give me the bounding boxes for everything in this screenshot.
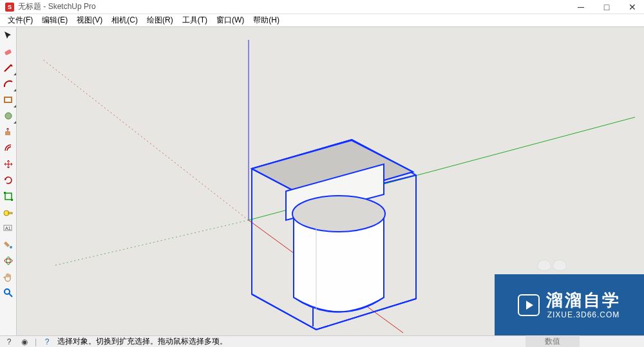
eraser-tool[interactable]: [1, 44, 15, 59]
arc-tool[interactable]: [1, 77, 15, 91]
watermark-url: ZIXUE.3D66.COM: [547, 310, 620, 320]
titlebar: S 无标题 - SketchUp Pro ─ □ ✕: [0, 0, 644, 14]
maximize-button[interactable]: □: [600, 2, 613, 12]
rotate-tool[interactable]: [1, 173, 15, 187]
menu-help[interactable]: 帮助(H): [249, 14, 283, 27]
menubar: 文件(F) 编辑(E) 视图(V) 相机(C) 绘图(R) 工具(T) 窗口(W…: [0, 14, 644, 27]
line-tool[interactable]: [1, 61, 15, 75]
svg-rect-1: [5, 97, 12, 102]
svg-point-11: [10, 246, 12, 249]
info-icon[interactable]: ?: [42, 337, 52, 346]
svg-rect-5: [4, 192, 6, 194]
status-text: 选择对象。切换到扩充选择。拖动鼠标选择多项。: [57, 336, 227, 347]
pan-tool[interactable]: [1, 270, 15, 284]
pushpull-tool[interactable]: [1, 125, 15, 139]
orbit-tool[interactable]: [1, 254, 15, 268]
svg-point-2: [5, 113, 12, 119]
menu-camera[interactable]: 相机(C): [108, 14, 142, 27]
svg-point-13: [6, 257, 10, 265]
axis-red-neg: [43, 59, 249, 220]
axis-green-neg: [55, 220, 249, 265]
move-tool[interactable]: [1, 157, 15, 171]
close-button[interactable]: ✕: [626, 2, 639, 12]
minimize-button[interactable]: ─: [574, 2, 587, 12]
person-icon[interactable]: ◉: [19, 337, 30, 346]
svg-point-12: [5, 259, 12, 263]
text-tool[interactable]: A1: [1, 221, 15, 236]
svg-text:A1: A1: [5, 226, 11, 230]
menu-tools[interactable]: 工具(T): [178, 14, 211, 27]
window-title: 无标题 - SketchUp Pro: [18, 1, 96, 12]
play-icon: [518, 294, 540, 316]
menu-view[interactable]: 视图(V): [73, 14, 106, 27]
menu-draw[interactable]: 绘图(R): [143, 14, 177, 27]
tape-tool[interactable]: [1, 205, 15, 220]
window-controls: ─ □ ✕: [574, 2, 639, 12]
watermark-brand: 溜溜自学: [546, 290, 621, 311]
menu-file[interactable]: 文件(F): [4, 14, 37, 27]
menu-window[interactable]: 窗口(W): [213, 14, 248, 27]
paint-tool[interactable]: [1, 238, 15, 252]
cylinder-top: [292, 196, 385, 232]
select-tool[interactable]: [1, 28, 15, 42]
svg-rect-6: [11, 199, 13, 201]
circle-tool[interactable]: [1, 109, 15, 123]
svg-rect-3: [5, 131, 10, 135]
offset-tool[interactable]: [1, 141, 15, 155]
watermark: 溜溜自学 ZIXUE.3D66.COM: [495, 274, 644, 335]
svg-rect-4: [5, 193, 12, 200]
rectangle-tool[interactable]: [1, 93, 15, 107]
svg-rect-8: [8, 212, 12, 214]
svg-rect-0: [4, 49, 12, 55]
app-icon: S: [5, 3, 14, 12]
help-icon[interactable]: ?: [4, 337, 14, 346]
toolbar: A1: [0, 27, 17, 335]
svg-point-14: [5, 289, 10, 294]
scale-tool[interactable]: [1, 189, 15, 203]
measurement-label: 数值: [526, 335, 580, 347]
menu-edit[interactable]: 编辑(E): [38, 14, 71, 27]
zoom-tool[interactable]: [1, 286, 15, 300]
instructor-bubble-icon: [537, 259, 567, 271]
